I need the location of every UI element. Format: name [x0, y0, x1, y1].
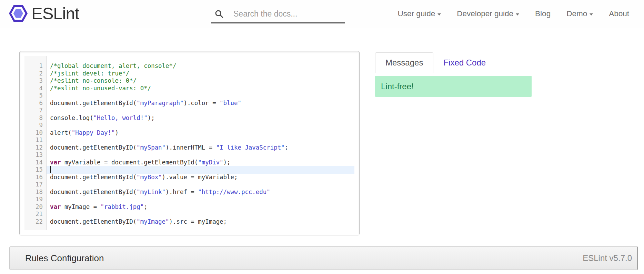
code-token-plain: myImage = [61, 203, 100, 210]
editor-panel: 12345678910111213141516171819202122 /*gl… [19, 51, 360, 235]
code-line[interactable]: document.getElementByID("myImage").src =… [47, 218, 354, 226]
code-line[interactable] [47, 107, 354, 114]
line-number: 7 [24, 107, 43, 114]
line-number: 21 [24, 211, 43, 218]
page: ESLint User guideDeveloper guideBlogDemo… [0, 0, 644, 274]
code-token-plain: ).value = myVariable; [162, 174, 238, 181]
code-token-plain: ; [144, 203, 147, 210]
code-line[interactable] [47, 211, 354, 218]
code-token-keyword: var [50, 203, 61, 210]
code-token-plain: alert( [50, 129, 72, 136]
code-token-string: "http://www.pcc.edu" [198, 189, 270, 195]
line-number-gutter: 12345678910111213141516171819202122 [24, 56, 47, 230]
line-number: 12 [24, 144, 43, 152]
code-token-plain: document.getElementById( [50, 100, 137, 106]
line-number: 6 [24, 100, 43, 107]
eslint-home-link[interactable]: ESLint [9, 3, 79, 24]
code-token-plain: ); [223, 159, 231, 166]
code-line[interactable] [47, 181, 354, 189]
line-number: 22 [24, 218, 43, 226]
code-token-plain: ).href = [165, 189, 198, 195]
line-number: 2 [24, 70, 43, 78]
line-number: 5 [24, 92, 43, 100]
code-line[interactable]: document.getElementById("myParagraph").c… [47, 100, 354, 107]
search-input[interactable] [233, 9, 337, 19]
code-token-string: "rabbit.jpg" [101, 203, 144, 210]
header: ESLint User guideDeveloper guideBlogDemo… [0, 0, 644, 28]
code-token-string: "mySpan" [137, 144, 165, 151]
code-token-plain: document.getElementByID( [50, 218, 137, 225]
line-number: 10 [24, 129, 43, 137]
code-line[interactable]: alert("Happy Day!") [47, 129, 354, 137]
line-number: 17 [24, 181, 43, 189]
nav-item-user-guide[interactable]: User guide [398, 9, 441, 18]
lint-result-alert: Lint-free! [375, 76, 532, 97]
code-token-string: "Happy Day!" [72, 129, 115, 136]
code-line[interactable]: /*eslint no-console: 0*/ [47, 77, 354, 85]
code-line[interactable] [47, 122, 354, 129]
code-token-string: "myDiv" [198, 159, 223, 166]
code-area[interactable]: /*global document, alert, console*//*jsl… [47, 56, 354, 230]
code-line[interactable] [47, 92, 354, 100]
code-token-keyword: var [50, 159, 61, 166]
code-token-string: "myParagraph" [137, 100, 183, 106]
nav-item-developer-guide[interactable]: Developer guide [457, 9, 519, 18]
line-number: 8 [24, 114, 43, 122]
line-number: 13 [24, 151, 43, 159]
code-line[interactable]: /*eslint no-unused-vars: 0*/ [47, 85, 354, 92]
results-panel: MessagesFixed Code Lint-free! [375, 52, 532, 97]
code-line[interactable]: var myImage = "rabbit.jpg"; [47, 203, 354, 211]
rules-config-title: Rules Configuration [25, 253, 104, 264]
code-token-comment: /*jslint devel: true*/ [50, 70, 129, 77]
code-line[interactable]: document.getElementById("myLink").href =… [47, 189, 354, 196]
code-token-comment: /*eslint no-unused-vars: 0*/ [50, 85, 151, 92]
code-line[interactable]: var myVariable = document.getElementById… [47, 159, 354, 166]
tab-messages[interactable]: Messages [375, 52, 433, 73]
code-line[interactable] [47, 196, 354, 203]
code-line[interactable]: document.getElementByID("mySpan").innerH… [47, 144, 354, 152]
line-number: 11 [24, 136, 43, 144]
line-number: 3 [24, 77, 43, 85]
code-line[interactable]: /*jslint devel: true*/ [47, 70, 354, 78]
code-token-plain: ).color = [183, 100, 220, 106]
line-number: 16 [24, 174, 43, 181]
code-line[interactable]: document.getElementById("myBox").value =… [47, 174, 354, 181]
line-number: 1 [24, 62, 43, 70]
chevron-down-icon [437, 13, 441, 16]
nav-item-demo[interactable]: Demo [566, 9, 593, 18]
main-nav: User guideDeveloper guideBlogDemoAbout [398, 0, 629, 28]
nav-item-about[interactable]: About [609, 9, 629, 18]
code-token-plain: ).innerHTML = [165, 144, 216, 151]
code-token-plain: ); [148, 114, 155, 121]
nav-item-blog[interactable]: Blog [535, 9, 551, 18]
results-tabs: MessagesFixed Code [375, 52, 532, 73]
code-token-string: "myBox" [137, 174, 162, 181]
search-icon [214, 9, 224, 19]
code-token-plain: document.getElementById( [50, 174, 137, 181]
code-token-plain: ; [285, 144, 288, 151]
code-token-comment: /*global document, alert, console*/ [50, 62, 176, 69]
line-number: 14 [24, 159, 43, 166]
code-line[interactable] [47, 136, 354, 144]
code-token-plain: document.getElementById( [50, 189, 137, 195]
line-number: 15 [24, 166, 43, 174]
line-number: 18 [24, 189, 43, 196]
chevron-down-icon [590, 13, 593, 16]
code-token-string: "myLink" [137, 189, 165, 195]
code-line[interactable]: console.log("Hello, world!"); [47, 114, 354, 122]
eslint-version: ESLint v5.7.0 [583, 253, 632, 263]
search-box[interactable] [211, 6, 345, 23]
code-editor[interactable]: 12345678910111213141516171819202122 /*gl… [24, 56, 354, 230]
code-line[interactable] [47, 166, 354, 174]
code-token-string: "Hello, world!" [93, 114, 148, 121]
code-line[interactable]: /*global document, alert, console*/ [47, 62, 354, 70]
tab-fixed-code[interactable]: Fixed Code [433, 52, 496, 73]
code-line[interactable] [47, 151, 354, 159]
line-number: 20 [24, 203, 43, 211]
code-token-plain: console.log( [50, 114, 93, 121]
code-token-plain: ).src = myImage; [169, 218, 227, 225]
eslint-logo-icon [9, 4, 28, 22]
code-token-plain: document.getElementByID( [50, 144, 137, 151]
rules-config-bar[interactable]: Rules Configuration ESLint v5.7.0 [9, 246, 638, 270]
code-token-comment: /*eslint no-console: 0*/ [50, 77, 137, 84]
